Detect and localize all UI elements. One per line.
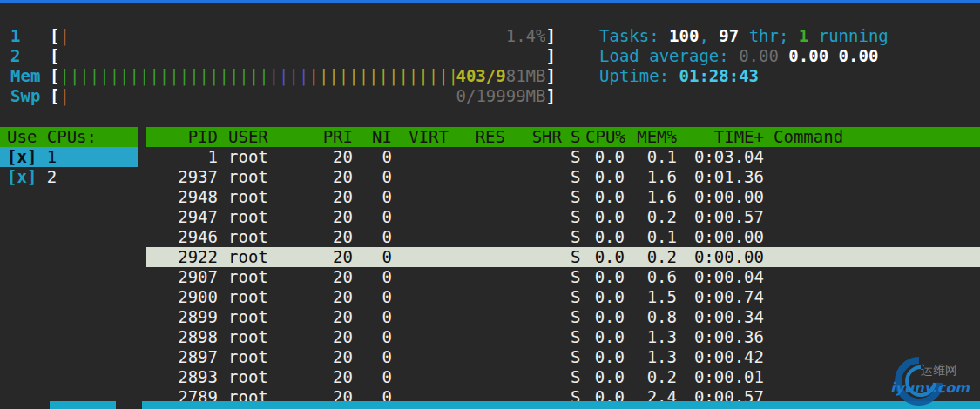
swap-meter: Swp[|0/19999MB]: [10, 86, 556, 106]
pri-cell: 20: [314, 267, 353, 287]
column-header-ni[interactable]: NI: [362, 127, 392, 147]
tasks-line-segment: 1: [799, 26, 808, 45]
column-header-pri[interactable]: PRI: [314, 127, 353, 147]
cpu-cell: 0.0: [585, 167, 625, 187]
mem-cell: 1.3: [633, 347, 677, 367]
column-header-s[interactable]: S: [571, 127, 583, 147]
process-row[interactable]: 2947root200105M19401428S0.00.20:00.57│ ├…: [146, 207, 980, 227]
process-row[interactable]: 2899root200284M78406240S0.00.80:00.34├─ …: [146, 307, 980, 327]
pri-cell: 20: [314, 307, 353, 327]
column-header-user[interactable]: USER: [228, 127, 324, 147]
column-header-res[interactable]: RES: [453, 127, 505, 147]
pri-cell: 20: [314, 187, 353, 207]
ni-cell: 0: [362, 187, 392, 207]
s-cell: S: [571, 307, 583, 327]
ni-cell: 0: [362, 227, 392, 247]
load-average-line: Load average: 0.00 0.00 0.00: [599, 46, 878, 66]
ni-cell: 0: [362, 367, 392, 387]
column-header-virt[interactable]: VIRT: [396, 127, 449, 147]
user-cell: root: [228, 327, 324, 347]
s-cell: S: [571, 147, 583, 167]
pri-cell: 20: [314, 167, 353, 187]
cpu-1-meter: 1[|1.4%]: [10, 26, 556, 46]
process-row[interactable]: 2946root2008228680584S0.00.10:00.00│ └─ …: [146, 227, 980, 247]
time-cell: 0:00.04: [686, 267, 764, 287]
time-cell: 0:00.01: [686, 367, 764, 387]
ni-cell: 0: [362, 207, 392, 227]
checkbox-checked-icon[interactable]: [x]: [7, 167, 37, 186]
s-cell: S: [571, 247, 583, 267]
pid-cell: 2893: [146, 367, 218, 387]
column-header-cpu[interactable]: CPU%: [585, 127, 625, 147]
mem-cell: 1.3: [633, 327, 677, 347]
time-cell: 0:00.34: [686, 307, 764, 327]
user-cell: root: [228, 267, 324, 287]
time-cell: 0:00.36: [686, 327, 764, 347]
meter-close-bracket: ]: [545, 46, 555, 65]
memory-meter-label: Mem: [10, 66, 50, 86]
mem-cell: 1.6: [633, 187, 677, 207]
pid-cell: 2946: [146, 227, 218, 247]
pid-cell: 2948: [146, 187, 218, 207]
cpu-1-meter-bar-orange: |: [59, 26, 69, 45]
mem-cell: 0.2: [633, 367, 677, 387]
pid-cell: 2898: [146, 327, 218, 347]
meter-open-bracket: [: [50, 26, 59, 45]
cpu-1-meter-value: 1.4%: [506, 26, 546, 46]
cpu-cell: 0.0: [585, 187, 625, 207]
s-cell: S: [571, 267, 583, 287]
ni-cell: 0: [362, 287, 392, 307]
time-cell: 0:01.36: [686, 167, 764, 187]
column-header-shr[interactable]: SHR: [510, 127, 562, 147]
time-cell: 0:00.74: [686, 287, 764, 307]
process-row[interactable]: 2900root200558M1513210800S0.01.50:00.74├…: [146, 287, 980, 307]
cpu-cell: 0.0: [585, 207, 625, 227]
swap-meter-label: Swp: [10, 86, 50, 106]
s-cell: S: [571, 187, 583, 207]
column-header-time[interactable]: TIME+: [686, 127, 764, 147]
cpu-affinity-item-2[interactable]: [x] 2: [0, 167, 138, 187]
pri-cell: 20: [314, 347, 353, 367]
column-header-cmd[interactable]: Command: [774, 127, 980, 147]
pri-cell: 20: [314, 327, 353, 347]
pid-cell: 2922: [146, 247, 218, 267]
process-row[interactable]: 2937root200354M1646811316S0.01.60:01.36├…: [146, 167, 980, 187]
memory-meter-value-part: 81MB: [506, 66, 546, 85]
memory-meter-bar-yellow: |||||||||||||||: [308, 66, 458, 85]
mem-cell: 1.5: [633, 287, 677, 307]
checkbox-checked-icon[interactable]: [x]: [7, 147, 37, 166]
process-row[interactable]: 2897root200423M129208976S0.01.30:00.42├─…: [146, 347, 980, 367]
use-cpus-panel-title: Use CPUs:: [0, 127, 138, 147]
s-cell: S: [571, 367, 583, 387]
cpu-1-meter-bar-area: |1.4%: [59, 26, 545, 46]
memory-meter-bar-green: |||||||||||||||||||||: [59, 66, 268, 85]
cpu-cell: 0.0: [585, 287, 625, 307]
cpu-cell: 0.0: [585, 267, 625, 287]
mem-cell: 0.2: [633, 207, 677, 227]
meter-open-bracket: [: [50, 46, 59, 65]
column-header-pid[interactable]: PID: [146, 127, 218, 147]
user-cell: root: [228, 227, 324, 247]
process-row[interactable]: 2948root200354M1646811316S0.01.60:00.00│…: [146, 187, 980, 207]
function-bar-segment[interactable]: [50, 401, 116, 409]
meter-close-bracket: ]: [545, 26, 555, 45]
meter-close-bracket: ]: [545, 66, 555, 85]
function-bar-segment[interactable]: [142, 401, 980, 409]
process-row[interactable]: 2898root200419M130809320S0.01.30:00.36├─…: [146, 327, 980, 347]
user-cell: root: [228, 347, 324, 367]
htop-terminal-screen: 1[|1.4%]2[0.0%]Mem[|||||||||||||||||||||…: [0, 0, 980, 409]
process-row[interactable]: 2922root200134M22441920S0.00.20:00.00├─ …: [146, 247, 980, 267]
ni-cell: 0: [362, 147, 392, 167]
ni-cell: 0: [362, 307, 392, 327]
pri-cell: 20: [314, 287, 353, 307]
uptime-line-segment: 01:28:43: [679, 66, 760, 85]
user-cell: root: [228, 247, 324, 267]
column-header-mem[interactable]: MEM%: [633, 127, 677, 147]
time-cell: 0:00.00: [686, 247, 764, 267]
s-cell: S: [571, 227, 583, 247]
cpu-affinity-item-1[interactable]: [x] 1: [0, 147, 138, 167]
process-row[interactable]: 2893root2004110022961980S0.00.20:00.01├─…: [146, 367, 980, 387]
process-row[interactable]: 1root2001936014561140S0.00.10:03.04/sbin…: [146, 147, 980, 167]
user-cell: root: [228, 367, 324, 387]
process-row[interactable]: 2907root200230M61444944S0.00.60:00.04├─ …: [146, 267, 980, 287]
